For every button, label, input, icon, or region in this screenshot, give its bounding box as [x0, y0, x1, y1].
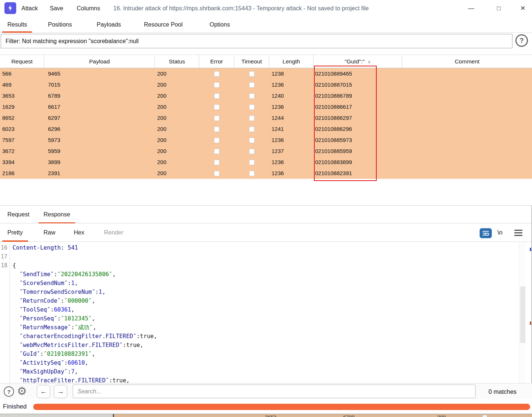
cell-timeout: [234, 157, 269, 168]
cell-timeout-checkbox[interactable]: [249, 93, 255, 99]
window-title: 16. Intruder attack of https://mps.shrba…: [113, 0, 369, 17]
table-row[interactable]: 56694652001238021010889465: [0, 68, 532, 79]
tab-hex[interactable]: Hex: [69, 223, 89, 241]
table-row[interactable]: 339438992001236021010883899: [0, 157, 532, 168]
column-header-length[interactable]: Length: [269, 55, 314, 68]
scrollbar-thumb[interactable]: [520, 286, 525, 343]
cell-status: 200: [155, 101, 199, 112]
cell-timeout-checkbox[interactable]: [249, 71, 255, 77]
cell-length: 1244: [269, 112, 314, 124]
tab-results[interactable]: Results: [2, 17, 32, 33]
word-wrap-toggle-button[interactable]: [480, 228, 492, 238]
table-row[interactable]: 367259592001237021010885959: [0, 146, 532, 157]
response-code: 16Content-Length: 5411718{ ″SendTime″:″2…: [0, 242, 519, 383]
column-header-comment[interactable]: Comment: [402, 55, 532, 68]
line-number: [0, 350, 10, 358]
tab-raw[interactable]: Raw: [38, 223, 61, 241]
table-row[interactable]: 759759732001236021010885973: [0, 135, 532, 146]
intruder-attack-window: Attack Save Columns 16. Intruder attack …: [0, 0, 532, 417]
menu-columns[interactable]: Columns: [77, 0, 100, 17]
cell-error-checkbox[interactable]: [214, 126, 220, 132]
table-row[interactable]: 46970152001236021010887015: [0, 79, 532, 90]
cell-comment: [402, 135, 532, 146]
show-newlines-button[interactable]: \n: [497, 223, 502, 242]
maximize-button[interactable]: □: [493, 0, 505, 17]
search-help-icon[interactable]: ?: [4, 386, 14, 397]
editor-menu-icon[interactable]: [514, 230, 522, 236]
cell-status: 200: [155, 168, 199, 179]
table-row[interactable]: 218623912001236021010882391: [0, 168, 532, 179]
cell-error-checkbox[interactable]: [214, 93, 220, 99]
cell-timeout-checkbox[interactable]: [249, 160, 255, 165]
cell-payload: 5973: [44, 135, 155, 146]
help-icon[interactable]: ?: [515, 34, 528, 47]
close-button[interactable]: ✕: [517, 0, 529, 17]
code-line: ″ReturnCode″:″000000″,: [0, 296, 519, 305]
tab-pretty[interactable]: Pretty: [2, 223, 28, 242]
table-row[interactable]: 602362962001241021010886296: [0, 124, 532, 135]
table-row[interactable]: 865262972001244021010886297: [0, 112, 532, 124]
cell-guid: 021010886296: [314, 124, 402, 135]
cell-error-checkbox[interactable]: [214, 82, 220, 88]
search-next-button[interactable]: →: [54, 385, 67, 398]
cell-timeout: [234, 168, 269, 179]
menu-attack[interactable]: Attack: [21, 0, 38, 17]
response-scrollbar[interactable]: [519, 242, 526, 383]
menu-save[interactable]: Save: [50, 0, 63, 17]
cell-comment: [402, 157, 532, 168]
cell-error-checkbox[interactable]: [214, 149, 220, 154]
cell-error-checkbox[interactable]: [214, 138, 220, 143]
line-number: [0, 288, 10, 296]
tab-request[interactable]: Request: [2, 206, 35, 223]
filter-bar[interactable]: Filter: Not matching expression "scoreba…: [1, 34, 512, 48]
cell-comment: [402, 79, 532, 90]
cell-error-checkbox[interactable]: [214, 171, 220, 176]
column-header-status[interactable]: Status: [155, 55, 199, 68]
minimize-button[interactable]: —: [465, 0, 477, 17]
cell-guid: 021010889465: [314, 68, 402, 79]
cell-error: [199, 124, 234, 135]
cell-error: [199, 79, 234, 90]
table-row[interactable]: 365367892001240021010886789: [0, 90, 532, 101]
cell-timeout-checkbox[interactable]: [249, 149, 255, 154]
code-line-text: ″ReturnMessage″:″成功″,: [10, 323, 96, 332]
search-settings-gear-icon[interactable]: ⚙: [17, 383, 27, 399]
tab-response[interactable]: Response: [38, 206, 75, 224]
cell-error-checkbox[interactable]: [214, 160, 220, 165]
code-line: 16Content-Length: 541: [0, 243, 519, 252]
cell-timeout-checkbox[interactable]: [249, 115, 255, 121]
cell-error-checkbox[interactable]: [214, 115, 220, 121]
cell-timeout-checkbox[interactable]: [249, 126, 255, 132]
code-line: ″httpTraceFilter.FILTERED″:true,: [0, 376, 519, 383]
cell-timeout-checkbox[interactable]: [249, 104, 255, 110]
table-row[interactable]: 162966172001236021010886617: [0, 101, 532, 112]
tab-options[interactable]: Options: [204, 17, 235, 32]
cell-status: 200: [155, 124, 199, 135]
message-view-tabs: Pretty Raw Hex Render \n: [0, 223, 532, 242]
cell-timeout: [234, 112, 269, 124]
cell-error-checkbox[interactable]: [214, 71, 220, 77]
column-header-payload[interactable]: Payload: [44, 55, 155, 68]
cell-guid: 021010886297: [314, 112, 402, 124]
code-line: 18{: [0, 261, 519, 270]
code-line: ″ActivitySeq″:60610,: [0, 358, 519, 367]
cell-timeout: [234, 79, 269, 90]
cell-timeout-checkbox[interactable]: [249, 138, 255, 143]
tab-positions[interactable]: Positions: [43, 17, 77, 32]
line-number: [0, 323, 10, 332]
column-header-timeout[interactable]: Timeout: [234, 55, 269, 68]
search-input[interactable]: [73, 385, 476, 398]
column-header-guid[interactable]: "GuId":"∨: [314, 55, 402, 68]
column-header-request[interactable]: Request: [0, 55, 44, 68]
search-previous-button[interactable]: ←: [37, 385, 50, 398]
code-line-text: ″ActivitySeq″:60610,: [10, 358, 88, 367]
line-number: [0, 332, 10, 341]
tab-resource-pool[interactable]: Resource Pool: [139, 17, 188, 32]
cell-length: 1236: [269, 79, 314, 90]
tab-payloads[interactable]: Payloads: [91, 17, 126, 32]
column-header-error[interactable]: Error: [199, 55, 234, 68]
cell-timeout-checkbox[interactable]: [249, 171, 255, 176]
cell-error-checkbox[interactable]: [214, 104, 220, 110]
cell-timeout-checkbox[interactable]: [249, 82, 255, 88]
cell-request: 7597: [0, 135, 44, 146]
